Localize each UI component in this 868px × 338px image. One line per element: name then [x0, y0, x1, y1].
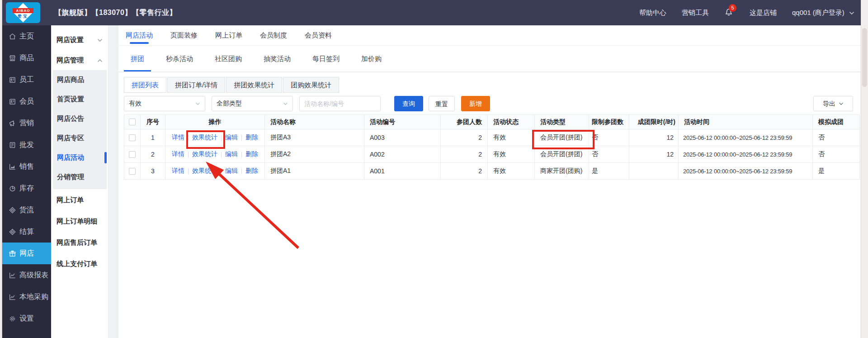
sidebar-item-settings[interactable]: 设置: [2, 308, 51, 329]
type-select[interactable]: 全部类型: [212, 96, 293, 111]
subtab-flash-sale[interactable]: 秒杀活动: [159, 46, 200, 71]
logo-text-en: AIBAO: [13, 8, 33, 13]
account-menu[interactable]: qq001 (商户登录): [792, 9, 854, 17]
sidebar-item-home[interactable]: 主页: [2, 25, 51, 47]
table-row: 1 详情 效果统计 编辑 删除 拼团A3 A003 2 有效 会员开团(拼团) …: [124, 129, 859, 146]
active-indicator-bar: [104, 152, 107, 163]
select-all-checkbox[interactable]: [129, 119, 136, 125]
chevron-down-icon: [97, 38, 103, 42]
subtab-group-buy[interactable]: 拼团: [124, 46, 151, 71]
highlight-box-effect-stats: [186, 130, 225, 149]
store-name[interactable]: 这是店铺: [750, 9, 777, 17]
cell-name: 拼团A1: [265, 163, 364, 179]
sidebar-item-settlement[interactable]: 结算: [2, 221, 51, 243]
subtab-lottery[interactable]: 抽奖活动: [257, 46, 297, 71]
edit-link[interactable]: 编辑: [225, 133, 238, 142]
tab-shop-activities[interactable]: 网店活动: [126, 25, 153, 45]
export-button[interactable]: 导出: [813, 96, 853, 111]
cell-time: 2025-06-12 00:00:00~2025-06-12 23:59:59: [679, 129, 813, 146]
cell-time: 2025-06-12 00:00:00~2025-06-12 23:59:59: [679, 146, 813, 162]
submenu-item-shop-activities[interactable]: 网店活动: [53, 148, 107, 167]
cell-simulate: 否: [813, 129, 860, 146]
sidebar-item-online-orders[interactable]: 网上订单: [51, 190, 108, 211]
cell-code: A003: [364, 129, 441, 146]
submenu-item-homepage-setup[interactable]: 首页设置: [53, 90, 107, 109]
col-status: 活动状态: [488, 115, 535, 129]
tab-page-decoration[interactable]: 页面装修: [170, 25, 198, 45]
submenu-item-distribution[interactable]: 分销管理: [53, 167, 107, 187]
sidebar-item-wholesale[interactable]: 批发: [2, 134, 51, 156]
col-limit: 限制参团数: [589, 115, 629, 129]
sidebar-item-goods[interactable]: 商品: [2, 47, 51, 69]
cardtab-groupbuy-list[interactable]: 拼团列表: [124, 77, 166, 93]
scrollbar-thumb[interactable]: [862, 28, 867, 87]
cell-name: 拼团A2: [265, 146, 364, 162]
sidebar-item-online-order-detail[interactable]: 网上订单明细: [51, 211, 108, 232]
delete-link[interactable]: 删除: [245, 167, 258, 175]
groupbuy-view-tabs: 拼团列表 拼团订单/详情 拼团效果统计 团购效果统计: [124, 77, 340, 93]
delete-link[interactable]: 删除: [245, 150, 258, 158]
group-shop-management[interactable]: 网店管理: [51, 50, 108, 71]
sidebar-item-inventory[interactable]: 库存: [2, 177, 51, 199]
notification-bell[interactable]: 5: [724, 7, 734, 18]
query-button[interactable]: 查询: [394, 96, 423, 111]
sidebar-item-local-purchase[interactable]: 本地采购: [2, 286, 51, 308]
cell-actions: 详情 效果统计 编辑 删除: [165, 163, 265, 179]
online-store-icon: [9, 250, 16, 257]
submenu-item-shop-zone[interactable]: 网店专区: [53, 129, 107, 148]
status-select[interactable]: 有效: [124, 96, 205, 111]
sidebar-item-members[interactable]: 会员: [2, 90, 51, 112]
search-input[interactable]: [299, 96, 381, 111]
marketing-tools-link[interactable]: 营销工具: [682, 9, 709, 17]
sidebar-item-logistics[interactable]: 货流: [2, 199, 51, 221]
sidebar-item-reports[interactable]: 高级报表: [2, 264, 51, 286]
logo-text-cn: 爱宝: [18, 14, 28, 19]
col-index: 序号: [141, 115, 165, 129]
subtab-daily-checkin[interactable]: 每日签到: [306, 46, 346, 71]
submenu-item-shop-goods[interactable]: 网店商品: [53, 70, 107, 90]
cell-time-limit: 12: [629, 146, 679, 162]
col-code: 活动编号: [364, 115, 441, 129]
tab-online-orders[interactable]: 网上订单: [215, 25, 242, 45]
account-label: qq001 (商户登录): [792, 9, 844, 16]
sidebar-item-marketing[interactable]: 营销: [2, 112, 51, 134]
delete-link[interactable]: 删除: [245, 133, 258, 142]
reset-button[interactable]: 重置: [429, 96, 455, 111]
member-icon: [9, 98, 16, 105]
row-checkbox[interactable]: [129, 168, 136, 175]
tab-member-data[interactable]: 会员资料: [305, 25, 332, 45]
cardtab-groupbuy-orders[interactable]: 拼团订单/详情: [167, 77, 225, 93]
edit-link[interactable]: 编辑: [225, 167, 238, 175]
detail-link[interactable]: 详情: [172, 150, 184, 158]
effect-stats-link[interactable]: 效果统计: [192, 167, 217, 175]
row-checkbox[interactable]: [129, 134, 136, 141]
sales-icon: [9, 163, 16, 171]
activity-subtabs: 拼团 秒杀活动 社区团购 抽奖活动 每日签到 加价购: [118, 46, 860, 72]
sidebar-item-staff[interactable]: 员工: [2, 69, 51, 90]
submenu-item-shop-notice[interactable]: 网店公告: [53, 109, 107, 129]
cardtab-groupbuy-stats[interactable]: 拼团效果统计: [226, 77, 282, 93]
subtab-community-group[interactable]: 社区团购: [208, 46, 249, 71]
aibao-logo[interactable]: AIBAO 爱宝: [6, 2, 40, 23]
subtab-add-on[interactable]: 加价购: [354, 46, 388, 71]
sidebar-item-sales[interactable]: 销售: [2, 156, 51, 177]
primary-sidebar: 主页 商品 员工 会员 营销 批发 销售 库存 货流 结算 网店 高级: [2, 25, 51, 338]
detail-link[interactable]: 详情: [172, 133, 184, 142]
tab-member-system[interactable]: 会员制度: [260, 25, 287, 45]
help-center-link[interactable]: 帮助中心: [639, 9, 666, 17]
chevron-down-icon: [839, 102, 844, 105]
add-button[interactable]: 新增: [461, 96, 490, 111]
detail-link[interactable]: 详情: [172, 167, 184, 175]
group-shop-settings[interactable]: 网店设置: [51, 30, 108, 50]
sidebar-item-online-store[interactable]: 网店: [2, 243, 51, 264]
sidebar-item-online-pay-orders[interactable]: 线上支付订单: [51, 253, 108, 275]
row-checkbox[interactable]: [129, 151, 136, 158]
logistics-icon: [9, 206, 16, 214]
edit-link[interactable]: 编辑: [225, 150, 238, 158]
cardtab-tuangou-stats[interactable]: 团购效果统计: [283, 77, 339, 93]
effect-stats-link[interactable]: 效果统计: [192, 150, 217, 158]
right-scrollbar[interactable]: [861, 0, 868, 338]
goods-icon: [9, 54, 16, 62]
purchase-icon: [9, 293, 16, 301]
sidebar-item-aftersale-orders[interactable]: 网店售后订单: [51, 232, 108, 253]
